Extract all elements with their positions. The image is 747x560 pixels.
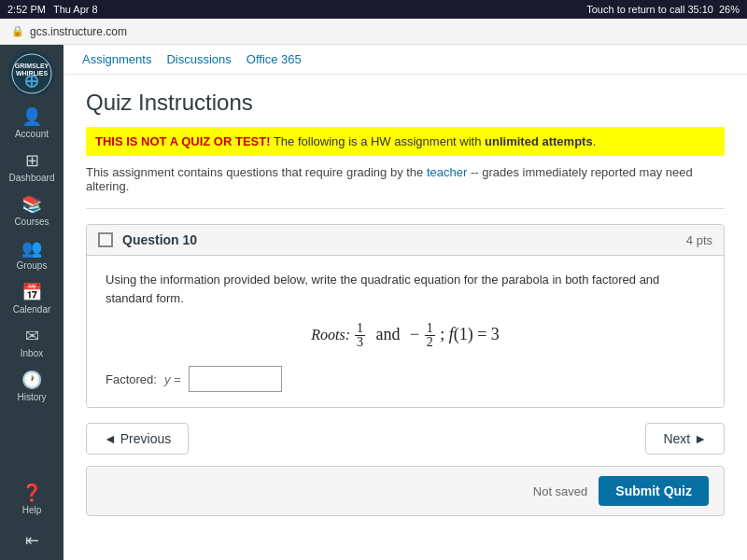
sidebar-item-inbox[interactable]: ✉ Inbox [0, 320, 63, 364]
paren-open: (1) = 3 [454, 325, 500, 343]
question-card: Question 10 4 pts Using the information … [86, 224, 725, 408]
sub-nav: Assignments Discussions Office 365 [63, 45, 747, 75]
info-text-before: This assignment contains questions that … [86, 165, 423, 179]
warning-text: The following is a HW assignment with [271, 134, 486, 148]
sidebar-groups-label: Groups [17, 260, 48, 271]
sidebar: GRIMSLEY WHIRLIES 👤 Account ⊞ Dashboard … [0, 45, 63, 560]
previous-button[interactable]: ◄ Previous [86, 423, 189, 455]
account-icon: 👤 [21, 106, 42, 127]
sidebar-courses-label: Courses [14, 217, 49, 227]
not-saved-text: Not saved [533, 484, 588, 498]
groups-icon: 👥 [21, 238, 42, 259]
content-area: Assignments Discussions Office 365 Quiz … [63, 45, 747, 560]
sub-nav-discussions[interactable]: Discussions [166, 52, 231, 66]
question-header: Question 10 4 pts [87, 225, 724, 256]
app-body: GRIMSLEY WHIRLIES 👤 Account ⊞ Dashboard … [0, 45, 747, 560]
sidebar-dashboard-label: Dashboard [9, 173, 55, 183]
sidebar-item-dashboard[interactable]: ⊞ Dashboard [0, 145, 63, 189]
sidebar-account-label: Account [15, 129, 49, 139]
url-bar: 🔒 gcs.instructure.com [0, 19, 747, 45]
factored-var: y = [164, 372, 181, 386]
sub-nav-assignments[interactable]: Assignments [82, 52, 151, 66]
sidebar-item-courses[interactable]: 📚 Courses [0, 189, 63, 232]
page-title: Quiz Instructions [86, 90, 725, 116]
sidebar-item-groups[interactable]: 👥 Groups [0, 232, 63, 276]
dashboard-icon: ⊞ [25, 150, 39, 171]
teacher-link[interactable]: teacher [427, 165, 467, 179]
sidebar-item-account[interactable]: 👤 Account [0, 101, 63, 145]
factored-label: Factored: [106, 372, 157, 386]
factored-input[interactable] [189, 366, 282, 392]
fraction-2: 1 2 [425, 322, 435, 349]
battery-icon: 26% [719, 4, 740, 15]
sidebar-item-history[interactable]: 🕐 History [0, 364, 63, 408]
question-title: Question 10 [122, 232, 677, 247]
touch-msg: Touch to return to call 35:10 [586, 4, 713, 15]
warning-banner: THIS IS NOT A QUIZ OR TEST! The followin… [86, 127, 725, 156]
status-bar-left: 2:52 PM Thu Apr 8 [7, 4, 98, 15]
question-points: 4 pts [686, 233, 712, 247]
inbox-icon: ✉ [25, 326, 39, 346]
sidebar-calendar-label: Calendar [13, 304, 51, 315]
minus-sign: − [410, 325, 419, 343]
status-day: Thu Apr 8 [53, 4, 98, 15]
sub-nav-office365[interactable]: Office 365 [247, 52, 302, 66]
semicolon: ; [440, 325, 449, 343]
sidebar-bottom: ❓ Help ⇤ [0, 477, 63, 560]
calendar-icon: 📅 [21, 282, 42, 302]
status-time: 2:52 PM [7, 4, 46, 15]
history-icon: 🕐 [21, 370, 42, 390]
sub-nav-links: Assignments Discussions Office 365 [82, 52, 728, 66]
submit-quiz-button[interactable]: Submit Quiz [599, 476, 709, 506]
status-bar-right: Touch to return to call 35:10 26% [586, 4, 740, 15]
question-text: Using the information provided below, wr… [106, 271, 705, 307]
sidebar-collapse-button[interactable]: ⇤ [16, 521, 49, 560]
info-text: This assignment contains questions that … [86, 165, 725, 193]
sidebar-inbox-label: Inbox [21, 348, 43, 358]
logo: GRIMSLEY WHIRLIES [8, 50, 55, 97]
next-button[interactable]: Next ► [645, 423, 725, 455]
fraction-1: 1 3 [355, 322, 365, 349]
warning-bold: unlimited attempts [485, 134, 593, 148]
factored-row: Factored: y = [106, 366, 705, 392]
sidebar-item-calendar[interactable]: 📅 Calendar [0, 276, 63, 320]
question-body: Using the information provided below, wr… [87, 256, 724, 407]
submit-bar: Not saved Submit Quiz [86, 466, 725, 516]
sidebar-history-label: History [17, 392, 46, 402]
nav-buttons: ◄ Previous Next ► [86, 423, 725, 455]
and-text: and [375, 325, 404, 343]
help-icon: ❓ [21, 483, 42, 503]
courses-icon: 📚 [21, 194, 42, 215]
warning-bold-red: THIS IS NOT A QUIZ OR TEST! [95, 134, 271, 148]
question-checkbox[interactable] [98, 232, 113, 247]
sidebar-help-label: Help [22, 505, 42, 515]
url-text: gcs.instructure.com [30, 25, 127, 38]
main-content: Quiz Instructions THIS IS NOT A QUIZ OR … [63, 75, 747, 560]
status-bar: 2:52 PM Thu Apr 8 Touch to return to cal… [0, 0, 747, 19]
section-divider [86, 208, 725, 209]
warning-end: . [593, 134, 597, 148]
roots-label: Roots: [311, 327, 354, 343]
sidebar-item-help[interactable]: ❓ Help [0, 477, 63, 521]
lock-icon: 🔒 [11, 25, 24, 37]
math-display: Roots: 1 3 and − 1 2 ; f(1) = 3 [106, 322, 705, 349]
svg-text:GRIMSLEY: GRIMSLEY [15, 63, 49, 69]
